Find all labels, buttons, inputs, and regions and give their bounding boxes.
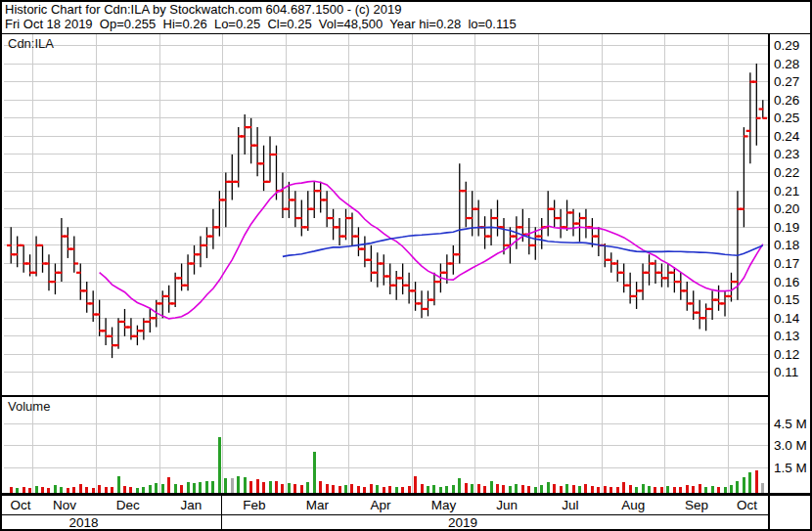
volume-bar bbox=[256, 479, 259, 495]
volume-bar bbox=[421, 484, 424, 495]
month-label: Sep bbox=[685, 498, 708, 512]
volume-bar bbox=[161, 484, 164, 494]
volume-bar bbox=[269, 481, 272, 495]
month-label: Jul bbox=[562, 498, 578, 512]
price-axis-labels: 0.290.280.270.260.250.240.230.220.210.20… bbox=[774, 38, 800, 379]
volume-bar bbox=[224, 478, 227, 494]
price-bars bbox=[7, 64, 767, 358]
price-tick-label: 0.23 bbox=[774, 147, 799, 161]
volume-bar bbox=[326, 484, 329, 494]
volume-bar bbox=[199, 482, 202, 495]
volume-bar bbox=[231, 478, 234, 495]
year-label: 2019 bbox=[448, 515, 477, 530]
volume-bar bbox=[496, 484, 499, 494]
volume-tick-label: 3.0 M bbox=[774, 438, 807, 453]
volume-bar bbox=[237, 476, 240, 495]
volume-bar bbox=[414, 476, 417, 495]
volume-bar bbox=[79, 484, 82, 494]
volume-bar bbox=[490, 481, 493, 495]
price-tick-label: 0.15 bbox=[774, 292, 799, 307]
month-label: Jan bbox=[180, 498, 202, 512]
month-label: Jun bbox=[496, 498, 518, 512]
volume-bar bbox=[193, 483, 196, 495]
price-volume-chart: 0.290.280.270.260.250.240.230.220.210.20… bbox=[0, 33, 812, 531]
volume-bar bbox=[736, 481, 739, 494]
month-label: Oct bbox=[737, 498, 757, 512]
volume-tick-label: 4.5 M bbox=[774, 417, 807, 431]
volume-bar bbox=[515, 484, 518, 494]
volume-bar bbox=[275, 481, 278, 494]
year-label: 2018 bbox=[68, 515, 98, 530]
month-label: Feb bbox=[243, 498, 265, 512]
volume-bar bbox=[244, 477, 247, 495]
volume-axis-labels: 4.5 M3.0 M1.5 M bbox=[774, 417, 807, 475]
volume-bar bbox=[565, 484, 568, 495]
month-label: Aug bbox=[621, 498, 645, 512]
price-tick-label: 0.17 bbox=[774, 256, 799, 271]
volume-bar bbox=[117, 476, 120, 495]
price-tick-label: 0.25 bbox=[774, 111, 799, 125]
price-tick-label: 0.12 bbox=[774, 347, 799, 362]
volume-bar bbox=[584, 484, 587, 494]
volume-bar bbox=[458, 478, 461, 494]
price-tick-label: 0.29 bbox=[774, 38, 799, 53]
month-label: Dec bbox=[116, 498, 140, 512]
price-tick-label: 0.18 bbox=[774, 238, 799, 252]
price-tick-label: 0.14 bbox=[774, 311, 800, 326]
volume-bar bbox=[547, 482, 550, 495]
price-tick-label: 0.19 bbox=[774, 220, 799, 235]
volume-bar bbox=[281, 484, 284, 495]
volume-tick-label: 1.5 M bbox=[774, 461, 807, 475]
price-tick-label: 0.26 bbox=[774, 93, 799, 108]
volume-bar bbox=[761, 483, 764, 495]
header-title: Historic Chart for Cdn:ILA by Stockwatch… bbox=[5, 2, 401, 17]
volume-bar bbox=[167, 477, 170, 495]
volume-pane-label: Volume bbox=[8, 399, 50, 414]
price-tick-label: 0.27 bbox=[774, 74, 799, 89]
price-tick-label: 0.22 bbox=[774, 165, 799, 180]
header-quote-line: Fri Oct 18 2019 Op=0.255 Hi=0.26 Lo=0.25… bbox=[5, 17, 517, 31]
price-tick-label: 0.16 bbox=[774, 275, 799, 289]
volume-bar bbox=[477, 484, 480, 495]
short-ma-line bbox=[100, 181, 763, 319]
volume-bar bbox=[313, 452, 316, 495]
volume-bar bbox=[743, 477, 745, 495]
volume-bar bbox=[218, 437, 221, 495]
volume-bar bbox=[748, 472, 751, 494]
volume-bar bbox=[211, 481, 214, 495]
price-tick-label: 0.28 bbox=[774, 57, 799, 71]
volume-bar bbox=[471, 484, 474, 494]
price-tick-label: 0.24 bbox=[774, 129, 800, 144]
volume-bar bbox=[262, 482, 265, 495]
volume-bar bbox=[553, 484, 556, 494]
price-tick-label: 0.11 bbox=[774, 365, 798, 379]
month-label: Mar bbox=[306, 498, 330, 512]
volume-bar bbox=[622, 482, 625, 495]
volume-bar bbox=[306, 482, 309, 495]
volume-bar bbox=[187, 482, 190, 495]
volume-bar bbox=[288, 483, 291, 495]
year-labels: 20182019 bbox=[68, 515, 477, 530]
volume-bar bbox=[205, 481, 208, 494]
volume-bar bbox=[370, 484, 373, 495]
volume-bar bbox=[699, 484, 701, 494]
month-label: Oct bbox=[10, 498, 30, 512]
price-tick-label: 0.21 bbox=[774, 184, 799, 199]
month-label: Apr bbox=[371, 498, 392, 512]
volume-bar bbox=[249, 481, 252, 495]
symbol-label: Cdn:ILA bbox=[8, 36, 54, 51]
volume-bar bbox=[155, 483, 158, 495]
month-labels: OctNovDecJanFebMarAprMayJunJulAugSepOct bbox=[10, 498, 757, 512]
month-label: May bbox=[431, 498, 457, 512]
volume-bar bbox=[350, 484, 353, 494]
stock-chart-window: Historic Chart for Cdn:ILA by Stockwatch… bbox=[0, 0, 812, 531]
volume-bar bbox=[319, 481, 322, 495]
volume-bar bbox=[293, 484, 296, 494]
price-tick-label: 0.13 bbox=[774, 329, 799, 343]
volume-bar bbox=[465, 483, 468, 495]
volume-bar bbox=[642, 484, 645, 494]
volume-bar bbox=[174, 484, 177, 495]
volume-bar bbox=[755, 470, 758, 495]
price-tick-label: 0.20 bbox=[774, 201, 799, 216]
month-label: Nov bbox=[53, 498, 76, 512]
